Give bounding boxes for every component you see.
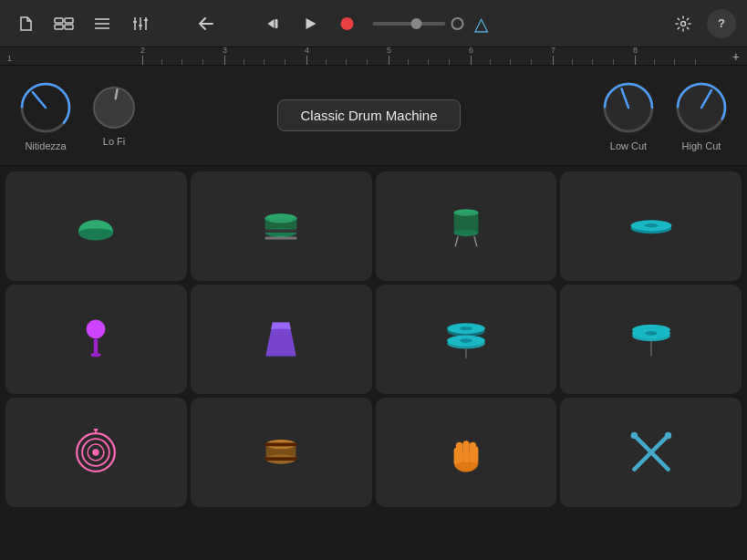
- svg-point-66: [94, 429, 98, 431]
- play-button[interactable]: [296, 9, 325, 38]
- layout-toggle-icon[interactable]: [49, 9, 78, 38]
- transport-controls: △: [259, 9, 488, 38]
- volume-slider[interactable]: [372, 22, 445, 26]
- lowcut-knob[interactable]: [601, 80, 656, 135]
- pad-tom[interactable]: [376, 171, 557, 281]
- svg-rect-3: [65, 25, 73, 29]
- pads-row-1: [5, 171, 742, 281]
- add-track-button[interactable]: +: [732, 49, 740, 64]
- mixer-icon[interactable]: [126, 9, 155, 38]
- svg-point-64: [93, 449, 99, 455]
- svg-rect-2: [55, 25, 63, 29]
- svg-line-21: [116, 89, 118, 99]
- pads-row-3: [5, 398, 742, 507]
- nitidezza-knob-group: Nitidezza: [18, 80, 73, 151]
- triangle-icon: △: [474, 13, 488, 35]
- record-button[interactable]: [332, 9, 361, 38]
- svg-rect-72: [265, 457, 297, 461]
- svg-point-37: [454, 230, 479, 236]
- highcut-knob[interactable]: [674, 80, 729, 135]
- highcut-knob-group: High Cut: [674, 80, 729, 151]
- svg-point-16: [340, 17, 353, 30]
- pad-hihat-open[interactable]: [376, 285, 557, 394]
- toolbar: △ ?: [0, 0, 747, 47]
- svg-rect-78: [472, 446, 478, 462]
- preset-selector[interactable]: Classic Drum Machine: [277, 99, 460, 131]
- svg-point-31: [265, 213, 297, 223]
- svg-rect-71: [265, 443, 297, 447]
- pad-woodblock[interactable]: [191, 285, 372, 394]
- pad-handclap[interactable]: [376, 398, 557, 507]
- new-file-icon[interactable]: [11, 9, 40, 38]
- skip-back-button[interactable]: [259, 9, 288, 38]
- highcut-label: High Cut: [682, 140, 721, 151]
- svg-point-38: [454, 209, 479, 215]
- preset-area: Classic Drum Machine: [155, 99, 583, 131]
- ruler: 1 2345678 +: [0, 47, 747, 66]
- svg-rect-77: [454, 448, 460, 464]
- svg-rect-75: [462, 441, 469, 462]
- svg-point-20: [94, 88, 134, 128]
- svg-point-27: [78, 229, 113, 237]
- pad-snare[interactable]: [191, 171, 372, 281]
- pads-row-2: [5, 285, 742, 394]
- volume-control: [372, 17, 463, 30]
- pad-kick[interactable]: [5, 171, 187, 281]
- list-icon[interactable]: [88, 9, 117, 38]
- svg-point-46: [90, 353, 101, 357]
- svg-point-59: [645, 331, 657, 335]
- svg-point-44: [87, 319, 106, 338]
- svg-point-43: [644, 223, 658, 227]
- lowcut-label: Low Cut: [610, 140, 647, 151]
- svg-rect-1: [65, 18, 73, 23]
- settings-icon[interactable]: [669, 9, 698, 38]
- svg-point-52: [460, 338, 472, 342]
- lofi-knob[interactable]: [91, 85, 137, 130]
- svg-line-40: [474, 236, 477, 246]
- back-arrow-icon[interactable]: [192, 9, 221, 38]
- pad-cymbal-flat[interactable]: [560, 171, 742, 281]
- level-indicator: [451, 17, 463, 30]
- svg-rect-14: [275, 19, 277, 28]
- nitidezza-label: Nitidezza: [25, 140, 66, 151]
- pad-maraca[interactable]: [5, 285, 187, 394]
- lowcut-knob-group: Low Cut: [601, 80, 656, 151]
- pad-bongo[interactable]: [191, 398, 372, 507]
- svg-point-82: [664, 432, 670, 439]
- svg-line-39: [455, 236, 458, 246]
- pads-container: [0, 166, 747, 513]
- svg-marker-13: [267, 19, 274, 28]
- svg-marker-15: [306, 18, 316, 29]
- help-icon[interactable]: ?: [707, 9, 736, 38]
- controls-strip: Nitidezza Lo Fi Classic Drum Machine Low…: [0, 66, 747, 166]
- pad-target[interactable]: [5, 398, 187, 507]
- svg-point-81: [630, 432, 637, 439]
- lofi-knob-group: Lo Fi: [91, 85, 137, 147]
- svg-rect-0: [55, 18, 63, 23]
- svg-point-49: [460, 327, 472, 330]
- pad-hihat-closed[interactable]: [560, 285, 742, 394]
- pad-crossed-sticks[interactable]: [560, 398, 742, 507]
- svg-rect-34: [264, 229, 298, 232]
- nitidezza-knob[interactable]: [18, 80, 73, 135]
- svg-point-17: [681, 21, 686, 26]
- lofi-label: Lo Fi: [103, 136, 125, 147]
